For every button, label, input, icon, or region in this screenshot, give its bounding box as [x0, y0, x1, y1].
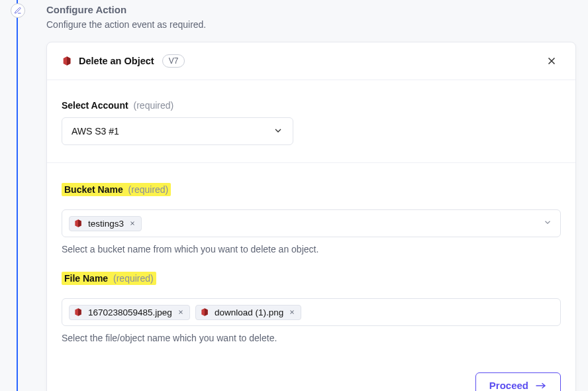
- account-label-text: Select Account: [62, 100, 128, 111]
- config-card: Delete an Object V7 Select Account (requ…: [46, 42, 576, 391]
- timeline-line: [17, 0, 18, 391]
- bucket-helper: Select a bucket name from which you want…: [62, 244, 561, 254]
- file-chip: download (1).png: [195, 305, 301, 320]
- chevron-down-icon: [273, 125, 283, 138]
- chevron-down-icon: [543, 218, 552, 229]
- fields-section: Bucket Name (required) testings3: [47, 163, 575, 361]
- page-subtitle: Configure the action event as required.: [46, 19, 576, 30]
- proceed-button[interactable]: Proceed: [475, 372, 561, 391]
- file-helper: Select the file/object name which you wa…: [62, 333, 561, 343]
- proceed-label: Proceed: [489, 380, 528, 391]
- bucket-label-text: Bucket Name: [64, 184, 123, 195]
- chip-remove-icon[interactable]: [128, 219, 137, 228]
- account-label: Select Account (required): [62, 100, 173, 111]
- version-pill: V7: [162, 54, 185, 68]
- s3-icon: [74, 307, 83, 317]
- card-footer: Proceed: [47, 361, 575, 391]
- account-select-value: AWS S3 #1: [72, 126, 119, 137]
- account-select[interactable]: AWS S3 #1: [62, 117, 293, 145]
- page-title: Configure Action: [46, 4, 576, 15]
- bucket-input[interactable]: testings3: [62, 209, 561, 237]
- s3-icon: [74, 219, 83, 228]
- bucket-label: Bucket Name (required): [62, 183, 171, 196]
- file-input[interactable]: 1670238059485.jpeg download (1).png: [62, 298, 561, 326]
- close-button[interactable]: [542, 52, 561, 70]
- card-title: Delete an Object: [79, 56, 154, 66]
- s3-icon: [62, 56, 72, 66]
- account-section: Select Account (required) AWS S3 #1: [47, 80, 575, 163]
- bucket-chip-label: testings3: [88, 219, 124, 229]
- chip-remove-icon[interactable]: [176, 307, 185, 317]
- step-node-icon: [11, 3, 25, 18]
- account-required: (required): [134, 100, 174, 111]
- file-chip-label-0: 1670238059485.jpeg: [88, 307, 172, 317]
- file-chip-label-1: download (1).png: [215, 307, 283, 317]
- s3-icon: [200, 307, 209, 317]
- bucket-required: (required): [128, 184, 169, 195]
- file-label: File Name (required): [62, 272, 156, 285]
- card-header: Delete an Object V7: [47, 42, 575, 80]
- file-required: (required): [113, 273, 154, 284]
- file-chip: 1670238059485.jpeg: [69, 305, 190, 320]
- bucket-chip: testings3: [69, 216, 142, 231]
- chip-remove-icon[interactable]: [287, 307, 297, 317]
- file-label-text: File Name: [64, 273, 108, 284]
